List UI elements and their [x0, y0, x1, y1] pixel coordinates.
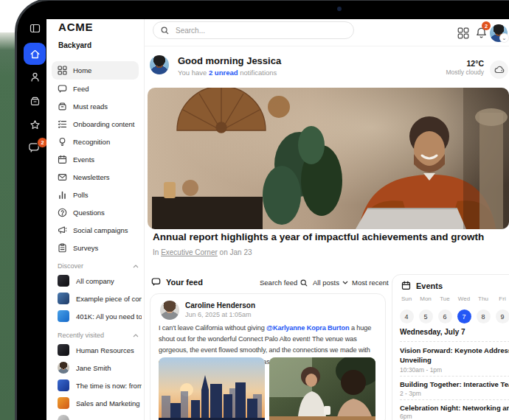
events-card: Events Sun Mon Tue Wed Thu Fri 4 5 6 7 8… — [392, 274, 509, 420]
date-cell[interactable]: 6 — [438, 309, 452, 323]
sidebar-item-questions[interactable]: Questions — [52, 203, 139, 221]
feed-icon — [58, 84, 67, 94]
app-launcher-button[interactable] — [457, 27, 469, 39]
search-icon — [300, 279, 308, 287]
discover-section-header[interactable]: Discover — [52, 260, 142, 272]
rail-home-button[interactable] — [24, 43, 46, 65]
event-item-title[interactable]: Celebration Night: Networking and Recogn… — [400, 403, 509, 413]
sidebar-item-surveys[interactable]: Surveys — [52, 239, 139, 256]
rail-archive-button[interactable] — [30, 96, 41, 107]
cloud-icon — [494, 66, 505, 74]
topbar-divider — [144, 46, 509, 46]
recently-visited-section: Recently visited Human Resources Jane Sm… — [52, 329, 142, 420]
search-input[interactable] — [174, 26, 346, 35]
sidebar-nav: Home Feed Must reads Onboarding content … — [52, 61, 139, 256]
recent-item-label: The time is now: from AI-... — [76, 382, 142, 390]
post-author-name[interactable]: Caroline Henderson — [185, 301, 255, 309]
search-feed-button[interactable]: Search feed — [260, 279, 308, 287]
avatar — [58, 362, 69, 374]
greeting-sub-suffix: notifications — [238, 69, 277, 77]
content-thumbnail — [58, 275, 69, 287]
camera-dot — [337, 7, 342, 11]
sort-filter-dropdown[interactable]: Most recent — [352, 279, 398, 287]
discover-item-401k[interactable]: 401K: All you need to know — [52, 307, 142, 325]
sidebar-item-home[interactable]: Home — [52, 61, 139, 80]
sidebar-item-label: Surveys — [73, 244, 98, 252]
rail-people-button[interactable] — [30, 71, 41, 83]
sidebar-item-events[interactable]: Events — [52, 150, 139, 168]
discover-item-label: Example piece of content — [76, 295, 142, 303]
greeting-sub-prefix: You have — [178, 69, 209, 77]
discover-item-all-company[interactable]: All company — [52, 272, 142, 290]
content-thumbnail — [58, 293, 69, 304]
chevron-up-icon — [133, 265, 139, 268]
rail-star-button[interactable] — [30, 119, 41, 130]
discover-item-example[interactable]: Example piece of content — [52, 290, 142, 307]
post-author-avatar[interactable] — [160, 301, 179, 320]
sidebar-item-onboarding-content[interactable]: Onboarding content — [52, 115, 139, 133]
people-icon — [30, 71, 41, 83]
recent-item-human-resources[interactable]: Human Resources — [52, 341, 142, 359]
date-cell[interactable]: 5 — [419, 309, 433, 323]
profile-chevron-icon[interactable]: ⌄ — [500, 34, 508, 42]
date-cell[interactable]: 8 — [477, 309, 491, 323]
mention-link[interactable]: @Karlyanne Kopra Burton — [266, 324, 349, 332]
discover-section: Discover All company Example piece of co… — [52, 260, 142, 325]
sidebar-item-recognition[interactable]: Recognition — [52, 133, 139, 150]
post-image-people[interactable] — [269, 357, 375, 420]
date-cell-selected[interactable]: 7 — [457, 309, 471, 323]
events-header: Events — [401, 281, 443, 290]
event-item-title[interactable]: Building Together: Interactive Team Work… — [400, 379, 509, 389]
content-thumbnail — [58, 379, 69, 391]
recent-item-sales-marketing[interactable]: Sales and Marketing — [52, 394, 142, 412]
sidebar-item-feed[interactable]: Feed — [52, 80, 139, 97]
events-title: Events — [416, 281, 443, 290]
sidebar-item-polls[interactable]: Polls — [52, 186, 139, 203]
search-bar[interactable] — [153, 21, 354, 39]
question-icon — [58, 208, 67, 217]
content-thumbnail — [58, 310, 69, 322]
date-cell[interactable]: 9 — [496, 309, 509, 323]
feed-icon — [151, 277, 161, 287]
discover-item-label: All company — [76, 277, 114, 285]
sidebar-toggle-button[interactable] — [29, 22, 41, 34]
day-label: Wed — [454, 295, 474, 306]
recent-item-time-is-now[interactable]: The time is now: from AI-... — [52, 377, 142, 394]
article-channel-link[interactable]: Executive Corner — [161, 248, 218, 256]
content-thumbnail — [58, 397, 69, 409]
notifications-badge: 2 — [482, 21, 491, 30]
article-meta-date: on Jan 23 — [218, 248, 252, 256]
day-label: Tue — [435, 295, 454, 306]
home-icon — [30, 49, 41, 60]
recent-item-partial[interactable] — [52, 412, 142, 420]
sidebar-item-label: Newsletters — [73, 173, 110, 181]
page: 2 ACME Backyard Home Feed Must reads Onb… — [0, 0, 509, 420]
calendar-icon — [401, 281, 411, 290]
article-meta-prefix: In — [153, 248, 161, 256]
event-item-title[interactable]: Vision Forward: Keynote Address and Stra… — [400, 346, 509, 365]
article-title[interactable]: Annual report highlights a year of impac… — [153, 231, 503, 242]
dashboard-grid-icon — [58, 66, 67, 75]
sidebar-item-social-campaigns[interactable]: Social campaigns — [52, 221, 139, 239]
post-image-skyline[interactable] — [159, 357, 265, 420]
workspace-label: Backyard — [58, 41, 91, 49]
clipboard-icon — [58, 243, 67, 253]
section-label: Discover — [58, 262, 83, 270]
recently-visited-section-header[interactable]: Recently visited — [52, 329, 142, 341]
search-feed-label: Search feed — [260, 279, 297, 287]
lightbulb-icon — [58, 137, 67, 147]
sidebar-item-must-reads[interactable]: Must reads — [52, 97, 139, 115]
calendar-icon — [58, 155, 67, 164]
weather-button — [490, 60, 508, 79]
sidebar-item-newsletters[interactable]: Newsletters — [52, 168, 139, 186]
hero-article-card[interactable] — [148, 88, 509, 229]
date-cell[interactable]: 4 — [400, 309, 414, 323]
envelope-icon — [58, 172, 67, 182]
selected-day-heading: Wednesday, July 7 — [400, 328, 465, 336]
checklist-icon — [58, 119, 67, 129]
company-logo: ACME — [58, 21, 93, 33]
posts-filter-dropdown[interactable]: All posts — [313, 279, 348, 287]
unread-notifications-link[interactable]: 2 unread — [209, 69, 238, 77]
recent-item-jane-smith[interactable]: Jane Smith — [52, 359, 142, 377]
content-thumbnail — [58, 344, 69, 356]
